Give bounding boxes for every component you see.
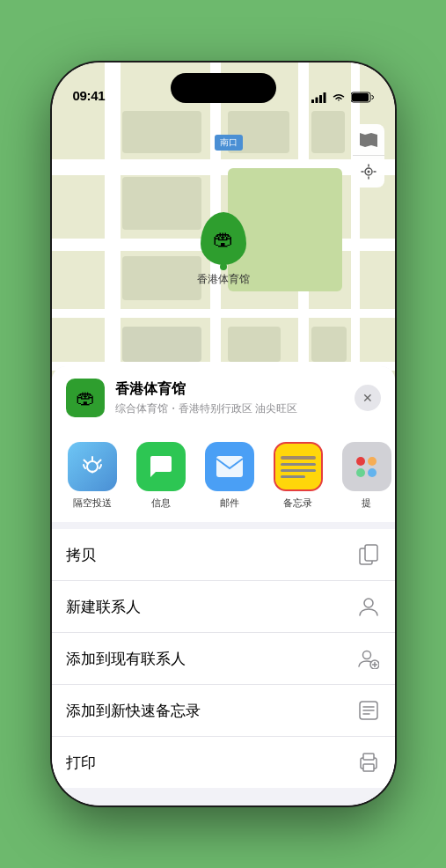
airdrop-icon	[68, 442, 117, 491]
svg-rect-18	[363, 754, 374, 760]
svg-rect-3	[323, 92, 325, 103]
svg-point-8	[87, 461, 98, 472]
svg-rect-10	[216, 456, 243, 477]
quick-note-label: 添加到新快速备忘录	[66, 701, 356, 721]
svg-point-9	[91, 471, 93, 474]
wifi-icon	[332, 92, 346, 103]
venue-info: 香港体育馆 综合体育馆・香港特别行政区 油尖旺区	[115, 380, 355, 416]
map-type-button[interactable]	[353, 124, 384, 156]
more-icon	[342, 442, 391, 491]
svg-rect-1	[315, 97, 318, 103]
svg-point-14	[362, 651, 370, 659]
person-add-icon	[356, 646, 381, 671]
share-mail[interactable]: 邮件	[198, 442, 261, 510]
action-list: 拷贝 新建联系人	[52, 529, 395, 788]
share-more[interactable]: 提	[335, 442, 395, 510]
action-copy[interactable]: 拷贝	[52, 529, 395, 581]
action-print[interactable]: 打印	[52, 737, 395, 788]
status-time: 09:41	[73, 88, 106, 103]
print-label: 打印	[66, 753, 356, 773]
map-label: 南口	[215, 135, 243, 151]
signal-icon	[311, 92, 326, 103]
new-contact-label: 新建联系人	[66, 597, 356, 617]
mail-icon	[205, 442, 254, 491]
svg-point-13	[364, 599, 373, 607]
venue-thumbnail: 🏟	[66, 379, 105, 417]
bottom-sheet: 🏟 香港体育馆 综合体育馆・香港特别行政区 油尖旺区 ✕	[52, 366, 395, 805]
note-icon	[356, 698, 381, 723]
copy-icon	[356, 542, 381, 567]
svg-rect-2	[319, 95, 322, 103]
venue-pin: 🏟 香港体育馆	[197, 212, 250, 287]
status-icons	[311, 92, 374, 103]
venue-header: 🏟 香港体育馆 综合体育馆・香港特别行政区 油尖旺区 ✕	[52, 366, 395, 430]
venue-name: 香港体育馆	[115, 380, 355, 399]
more-label: 提	[362, 497, 371, 510]
dynamic-island	[171, 73, 276, 103]
action-quick-note[interactable]: 添加到新快速备忘录	[52, 685, 395, 737]
close-button[interactable]: ✕	[355, 385, 381, 411]
svg-rect-0	[311, 99, 314, 103]
svg-rect-12	[365, 545, 377, 561]
battery-icon	[351, 92, 374, 103]
section-divider	[52, 522, 395, 529]
share-notes[interactable]: 备忘录	[267, 442, 330, 510]
messages-icon	[136, 442, 186, 491]
action-new-contact[interactable]: 新建联系人	[52, 581, 395, 633]
svg-point-7	[367, 171, 369, 173]
venue-subtitle: 综合体育馆・香港特别行政区 油尖旺区	[115, 401, 355, 416]
svg-rect-19	[363, 764, 374, 771]
share-airdrop[interactable]: 隔空投送	[61, 442, 124, 510]
copy-label: 拷贝	[66, 545, 356, 565]
share-row: 隔空投送 信息	[52, 430, 395, 522]
pin-label: 香港体育馆	[197, 272, 250, 287]
notes-icon	[274, 442, 323, 491]
mail-label: 邮件	[220, 497, 239, 510]
svg-rect-5	[352, 93, 369, 101]
messages-label: 信息	[151, 497, 171, 510]
airdrop-label: 隔空投送	[73, 497, 112, 510]
map-controls	[353, 124, 384, 188]
pin-stadium-icon: 🏟	[213, 226, 234, 251]
location-button[interactable]	[353, 156, 384, 188]
print-icon	[356, 750, 381, 775]
person-icon	[356, 594, 381, 619]
add-contact-label: 添加到现有联系人	[66, 649, 356, 669]
notes-label: 备忘录	[283, 497, 312, 510]
action-add-contact[interactable]: 添加到现有联系人	[52, 633, 395, 685]
close-icon: ✕	[362, 391, 373, 405]
share-messages[interactable]: 信息	[129, 442, 193, 510]
